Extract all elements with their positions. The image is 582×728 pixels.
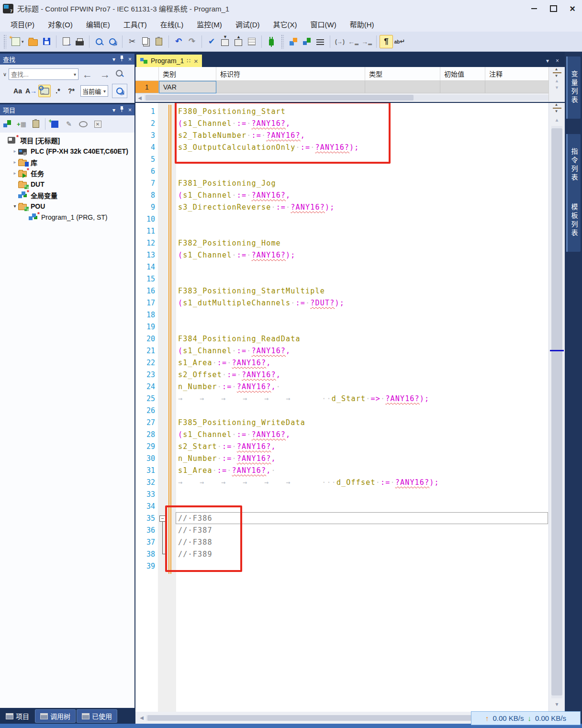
menu-item-7[interactable]: 调试(D) xyxy=(229,17,267,31)
side-tab-2[interactable]: 指令列表 xyxy=(566,134,581,196)
search-all-documents-button[interactable] xyxy=(112,84,127,98)
menu-item-6[interactable]: 监控(M) xyxy=(190,17,229,31)
match-start-button[interactable]: A→ xyxy=(25,85,37,97)
menu-item-3[interactable]: 编辑(E) xyxy=(79,17,117,31)
tab-list-caret-icon[interactable]: ▾ xyxy=(546,57,549,64)
side-tab-1[interactable]: 变量列表 xyxy=(566,56,581,119)
splitter-icon[interactable]: ▼ xyxy=(552,69,562,77)
new-pou-icon[interactable]: + xyxy=(48,118,61,130)
tree-item-pou[interactable]: ▾POU xyxy=(0,201,134,212)
bottom-tab-2[interactable]: 调用树 xyxy=(35,709,76,723)
tree-item-dut[interactable]: DUT xyxy=(0,179,134,190)
download-to-plc-icon[interactable] xyxy=(218,35,232,48)
tree-item-plc[interactable]: ▸PLC (FP-XH 32k C40ET,C60ET) xyxy=(0,146,134,157)
open-project-icon[interactable] xyxy=(26,35,40,48)
code-line-33[interactable]: 33 xyxy=(135,489,565,501)
code-line-10[interactable]: 10 xyxy=(135,213,565,225)
toolbar-grip-icon[interactable] xyxy=(3,34,6,49)
bottom-tab-3[interactable]: 已使用 xyxy=(77,709,117,723)
table-cell-comment[interactable] xyxy=(485,81,549,93)
menu-item-1[interactable]: 项目(P) xyxy=(4,17,41,31)
online-mode-icon[interactable] xyxy=(265,35,278,48)
online-edit-icon[interactable] xyxy=(300,35,313,48)
scroll-down-icon[interactable]: ▼ xyxy=(549,84,565,91)
wildcard-button[interactable]: ?* xyxy=(65,85,78,97)
table-horizontal-scrollbar[interactable]: ◀▶ xyxy=(135,93,565,102)
tab-grip-icon[interactable]: ∷ xyxy=(187,57,191,64)
minimize-icon[interactable] xyxy=(525,0,544,17)
scroll-up-icon[interactable]: ▲ xyxy=(549,78,565,84)
match-case-button[interactable]: Aa xyxy=(11,85,24,97)
code-line-30[interactable]: 30n_Number·:=·?ANY16?, xyxy=(135,453,565,465)
scrollbar-thumb[interactable] xyxy=(146,95,414,101)
scrollbar-thumb[interactable] xyxy=(551,128,562,695)
view-object-icon[interactable] xyxy=(77,118,90,130)
column-header-2[interactable]: 标识符 xyxy=(216,67,365,80)
tab-close-icon[interactable]: × xyxy=(194,57,198,65)
combo-caret-icon[interactable]: ▾ xyxy=(72,72,78,77)
show-whitespace-icon[interactable]: ¶ xyxy=(380,35,393,48)
new-document-icon[interactable] xyxy=(9,35,22,48)
tree-item-library[interactable]: ▸库 xyxy=(0,157,134,168)
code-line-24[interactable]: 24n_Number·:=·?ANY16?,· xyxy=(135,381,565,393)
online-connection-icon[interactable] xyxy=(1,118,13,130)
save-project-icon[interactable] xyxy=(40,35,53,48)
code-line-29[interactable]: 29s2_Start·:=·?ANY16?, xyxy=(135,441,565,453)
pin-icon[interactable] xyxy=(120,56,124,63)
chevron-right-icon[interactable]: ▸ xyxy=(11,148,18,154)
splitter-icon[interactable]: ▼ xyxy=(552,104,562,112)
table-cell-type[interactable] xyxy=(365,81,440,93)
monitor-values-icon[interactable] xyxy=(287,35,300,48)
code-line-12[interactable]: 12F382_Positioning_Home xyxy=(135,237,565,249)
print-icon[interactable] xyxy=(73,35,86,48)
code-line-22[interactable]: 22s1_Area·:=·?ANY16?, xyxy=(135,357,565,369)
code-line-14[interactable]: 14 xyxy=(135,261,565,273)
regex-button[interactable]: .* xyxy=(52,85,64,97)
menu-item-4[interactable]: 工具(T) xyxy=(117,17,154,31)
chevron-right-icon[interactable]: ▸ xyxy=(11,159,18,165)
code-line-7[interactable]: 7F381_Positioning_Jog xyxy=(135,178,565,190)
scroll-down-icon[interactable]: ▼ xyxy=(549,702,565,707)
instruction-list-icon[interactable] xyxy=(313,35,327,48)
editor-vertical-scrollbar[interactable]: ▼ ▲ ▼ xyxy=(548,103,565,712)
table-cell-category[interactable]: VAR xyxy=(159,81,216,93)
table-cell-initial-value[interactable] xyxy=(440,81,485,93)
row-number-cell[interactable]: 1 xyxy=(135,81,159,93)
paste-icon[interactable] xyxy=(152,35,166,48)
close-icon[interactable]: × xyxy=(563,0,582,17)
menu-item-10[interactable]: 帮助(H) xyxy=(343,17,381,31)
import-object-icon[interactable] xyxy=(30,118,42,130)
code-line-28[interactable]: 28(s1_Channel·:=·?ANY16?, xyxy=(135,429,565,441)
code-line-15[interactable]: 15 xyxy=(135,273,565,285)
scrollbar-track[interactable] xyxy=(144,95,555,101)
menu-item-2[interactable]: 对象(O) xyxy=(41,17,79,31)
code-line-16[interactable]: 16F383_Positioning_StartMultiple xyxy=(135,285,565,297)
close-panel-icon[interactable]: × xyxy=(128,56,132,63)
tree-item-tasks[interactable]: ▸*任务 xyxy=(0,168,134,179)
chevron-down-icon[interactable]: ▾ xyxy=(11,203,18,209)
column-header-1[interactable]: 类别 xyxy=(159,67,216,80)
find-previous-icon[interactable]: ← xyxy=(78,69,96,79)
column-header-5[interactable]: 注释 xyxy=(485,67,549,80)
undo-icon[interactable]: ↶ xyxy=(172,35,185,48)
code-line-13[interactable]: 13(s1_Channel·:=·?ANY16?); xyxy=(135,249,565,261)
import-document-icon[interactable] xyxy=(59,35,73,48)
scroll-left-icon[interactable]: ◀ xyxy=(135,95,144,101)
code-line-20[interactable]: 20F384_Positioning_ReadData xyxy=(135,333,565,345)
copy-icon[interactable] xyxy=(139,35,152,48)
menu-item-8[interactable]: 其它(X) xyxy=(267,17,304,31)
scrollbar-track[interactable] xyxy=(551,126,562,698)
code-line-19[interactable]: 19 xyxy=(135,321,565,333)
tab-bar-close-icon[interactable]: × xyxy=(556,57,559,64)
code-line-21[interactable]: 21(s1_Channel·:=·?ANY16?, xyxy=(135,345,565,357)
incremental-search-button[interactable] xyxy=(38,85,51,97)
code-line-25[interactable]: 25→→→→→→··d_Start·=>·?ANY16?); xyxy=(135,393,565,405)
find-next-icon[interactable]: → xyxy=(96,69,114,79)
column-header-4[interactable]: 初始值 xyxy=(440,67,485,80)
add-device-icon[interactable]: +▦ xyxy=(15,118,28,130)
code-line-9[interactable]: 9s3_DirectionReverse·:=·?ANY16?); xyxy=(135,202,565,213)
tree-item-program[interactable]: *Program_1 (PRG, ST) xyxy=(0,212,134,223)
search-scope-select[interactable]: 当前编辑器 ▾ xyxy=(80,85,108,97)
insert-call-icon[interactable]: (→) xyxy=(333,35,347,48)
panel-menu-icon[interactable]: ▾ xyxy=(112,107,115,113)
